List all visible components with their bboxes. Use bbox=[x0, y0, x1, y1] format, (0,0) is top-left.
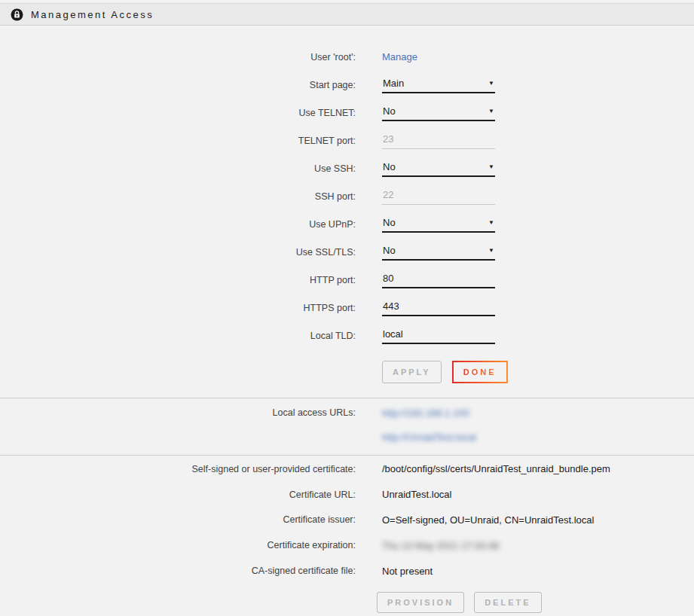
http-port-label: HTTP port: bbox=[0, 275, 356, 285]
chevron-down-icon: ▼ bbox=[488, 164, 494, 170]
use-ssh-value: No bbox=[383, 161, 396, 172]
start-page-value: Main bbox=[383, 78, 404, 89]
apply-button[interactable]: APPLY bbox=[382, 361, 442, 383]
chevron-down-icon: ▼ bbox=[488, 248, 494, 254]
chevron-down-icon: ▼ bbox=[488, 108, 494, 114]
cert-bundle-label: Self-signed or user-provided certificate… bbox=[0, 464, 356, 474]
use-telnet-select[interactable]: No ▼ bbox=[382, 104, 495, 121]
cert-row-issuer: Certificate issuer: O=Self-signed, OU=Un… bbox=[0, 508, 694, 533]
use-ssh-label: Use SSH: bbox=[0, 163, 356, 174]
use-telnet-value: No bbox=[383, 105, 396, 117]
manage-root-link[interactable]: Manage bbox=[382, 51, 417, 63]
done-button[interactable]: DONE bbox=[452, 361, 508, 383]
use-upnp-value: No bbox=[383, 217, 396, 228]
local-access-section: Local access URLs: http://192.168.1.100 … bbox=[0, 398, 694, 455]
ssh-port-label: SSH port: bbox=[0, 191, 356, 202]
cert-url-label: Certificate URL: bbox=[0, 489, 356, 500]
chevron-down-icon: ▼ bbox=[488, 81, 494, 87]
form-row-ssh-port: SSH port: bbox=[0, 182, 694, 210]
local-access-row: Local access URLs: http://192.168.1.100 bbox=[0, 401, 694, 424]
use-upnp-label: Use UPnP: bbox=[0, 219, 356, 230]
certificate-section: Self-signed or user-provided certificate… bbox=[0, 456, 694, 613]
ca-file-label: CA-signed certificate file: bbox=[0, 566, 356, 576]
start-page-select[interactable]: Main ▼ bbox=[382, 76, 495, 93]
cert-issuer-label: Certificate issuer: bbox=[0, 514, 356, 525]
form-buttons: APPLY DONE bbox=[382, 361, 694, 383]
form-row-use-telnet: Use TELNET: No ▼ bbox=[0, 99, 694, 127]
local-tld-label: Local TLD: bbox=[0, 331, 356, 341]
lock-circle-icon bbox=[11, 8, 23, 21]
provision-button[interactable]: PROVISION bbox=[377, 592, 464, 613]
cert-row-bundle: Self-signed or user-provided certificate… bbox=[0, 456, 694, 482]
cert-row-ca-file: CA-signed certificate file: Not present bbox=[0, 558, 694, 584]
cert-issuer-value: O=Self-signed, OU=Unraid, CN=UnraidTest.… bbox=[356, 514, 694, 526]
https-port-input[interactable] bbox=[382, 299, 495, 316]
section-titlebar: Management Access bbox=[0, 3, 694, 26]
start-page-label: Start page: bbox=[0, 80, 356, 90]
use-upnp-select[interactable]: No ▼ bbox=[382, 215, 495, 233]
form-row-telnet-port: TELNET port: bbox=[0, 127, 694, 154]
cert-row-expiration: Certificate expiration: Thu 13 May 2021 … bbox=[0, 532, 694, 558]
chevron-down-icon: ▼ bbox=[488, 220, 494, 226]
local-access-url-ip[interactable]: http://192.168.1.100 bbox=[382, 407, 469, 419]
local-access-url-hostname[interactable]: http://UnraidTest.local bbox=[382, 432, 476, 443]
http-port-input[interactable] bbox=[382, 271, 495, 288]
cert-expiration-value: Thu 13 May 2021 17:33:48 bbox=[382, 540, 499, 551]
use-ssl-select[interactable]: No ▼ bbox=[382, 243, 495, 261]
telnet-port-input bbox=[382, 132, 495, 149]
form-row-use-upnp: Use UPnP: No ▼ bbox=[0, 210, 694, 238]
form-row-user-root: User 'root': Manage bbox=[0, 43, 694, 71]
local-access-row: http://UnraidTest.local bbox=[0, 424, 694, 450]
local-access-label: Local access URLs: bbox=[0, 407, 356, 418]
certificate-buttons: PROVISION DELETE bbox=[377, 592, 694, 613]
form-row-https-port: HTTPS port: bbox=[0, 294, 694, 322]
management-access-form: User 'root': Manage Start page: Main ▼ U… bbox=[0, 26, 694, 398]
https-port-label: HTTPS port: bbox=[0, 303, 356, 313]
use-ssl-label: Use SSL/TLS: bbox=[0, 247, 356, 258]
ca-file-value: Not present bbox=[356, 566, 694, 577]
use-telnet-label: Use TELNET: bbox=[0, 108, 356, 118]
use-ssl-value: No bbox=[383, 245, 396, 256]
ssh-port-input bbox=[382, 188, 495, 205]
delete-button[interactable]: DELETE bbox=[474, 592, 541, 613]
user-root-label: User 'root': bbox=[0, 52, 356, 63]
form-row-http-port: HTTP port: bbox=[0, 266, 694, 294]
use-ssh-select[interactable]: No ▼ bbox=[382, 160, 495, 177]
cert-expiration-label: Certificate expiration: bbox=[0, 540, 356, 550]
local-tld-input[interactable] bbox=[382, 327, 495, 344]
form-row-use-ssl: Use SSL/TLS: No ▼ bbox=[0, 238, 694, 266]
telnet-port-label: TELNET port: bbox=[0, 136, 356, 146]
form-row-local-tld: Local TLD: bbox=[0, 322, 694, 349]
cert-bundle-value: /boot/config/ssl/certs/UnraidTest_unraid… bbox=[356, 463, 694, 474]
form-row-use-ssh: Use SSH: No ▼ bbox=[0, 154, 694, 182]
cert-row-url: Certificate URL: UnraidTest.local bbox=[0, 482, 694, 508]
form-row-start-page: Start page: Main ▼ bbox=[0, 71, 694, 99]
cert-url-value: UnraidTest.local bbox=[356, 489, 694, 500]
page-title: Management Access bbox=[31, 9, 154, 20]
